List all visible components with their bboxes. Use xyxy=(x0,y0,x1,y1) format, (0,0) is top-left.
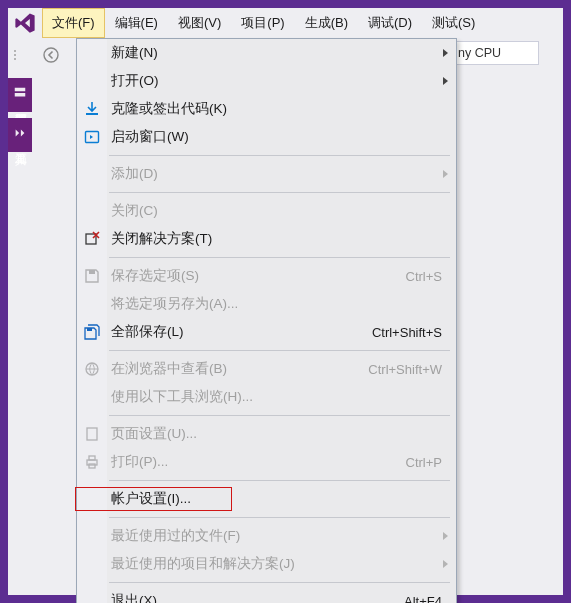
print-icon xyxy=(81,451,103,473)
svg-rect-9 xyxy=(87,428,97,440)
browser-icon xyxy=(81,358,103,380)
svg-rect-2 xyxy=(15,93,26,97)
side-tab-server-explorer[interactable]: 服务器资源管理器 xyxy=(8,78,32,112)
svg-rect-1 xyxy=(15,88,26,92)
submenu-arrow-icon xyxy=(443,532,448,540)
menu-project[interactable]: 项目(P) xyxy=(231,8,294,38)
solution-config-value: ny CPU xyxy=(458,46,501,60)
svg-rect-11 xyxy=(89,456,95,460)
menubar: 文件(F) 编辑(E) 视图(V) 项目(P) 生成(B) 调试(D) 测试(S… xyxy=(42,8,485,38)
nav-back-button[interactable] xyxy=(34,41,68,69)
menu-separator xyxy=(109,257,450,258)
submenu-arrow-icon xyxy=(443,77,448,85)
save-all-icon xyxy=(81,321,103,343)
svg-rect-7 xyxy=(87,328,92,331)
page-setup-icon xyxy=(81,423,103,445)
menu-separator xyxy=(109,155,450,156)
file-menu-new[interactable]: 新建(N) xyxy=(77,39,456,67)
svg-point-0 xyxy=(44,48,58,62)
clone-download-icon xyxy=(81,98,103,120)
file-menu-page-setup: 页面设置(U)... xyxy=(77,420,456,448)
visual-studio-logo-icon xyxy=(8,8,42,38)
file-menu-browse-with: 使用以下工具浏览(H)... xyxy=(77,383,456,411)
file-menu-close: 关闭(C) xyxy=(77,197,456,225)
file-menu-clone[interactable]: 克隆或签出代码(K) xyxy=(77,95,456,123)
file-menu-print: 打印(P)... Ctrl+P xyxy=(77,448,456,476)
file-menu-recent-projects: 最近使用的项目和解决方案(J) xyxy=(77,550,456,578)
svg-rect-6 xyxy=(89,270,95,274)
file-menu-start-window[interactable]: 启动窗口(W) xyxy=(77,123,456,151)
solution-config-dropdown[interactable]: ny CPU xyxy=(451,41,539,65)
file-menu-add: 添加(D) xyxy=(77,160,456,188)
file-menu-view-in-browser: 在浏览器中查看(B) Ctrl+Shift+W xyxy=(77,355,456,383)
menu-edit[interactable]: 编辑(E) xyxy=(105,8,168,38)
start-window-icon xyxy=(81,126,103,148)
file-menu-save-all[interactable]: 全部保存(L) Ctrl+Shift+S xyxy=(77,318,456,346)
submenu-arrow-icon xyxy=(443,49,448,57)
server-explorer-icon xyxy=(13,86,27,100)
titlebar: 文件(F) 编辑(E) 视图(V) 项目(P) 生成(B) 调试(D) 测试(S… xyxy=(8,8,563,38)
menu-separator xyxy=(109,192,450,193)
menu-file[interactable]: 文件(F) xyxy=(42,8,105,38)
toolbox-icon xyxy=(13,126,27,140)
file-menu-account-settings[interactable]: 帐户设置(I)... xyxy=(77,485,456,513)
menu-build[interactable]: 生成(B) xyxy=(295,8,358,38)
menu-separator xyxy=(109,517,450,518)
toolbar-grip-icon xyxy=(14,45,24,65)
file-menu-recent-files: 最近使用过的文件(F) xyxy=(77,522,456,550)
menu-debug[interactable]: 调试(D) xyxy=(358,8,422,38)
save-icon xyxy=(81,265,103,287)
submenu-arrow-icon xyxy=(443,170,448,178)
menu-test[interactable]: 测试(S) xyxy=(422,8,485,38)
file-menu-close-solution[interactable]: 关闭解决方案(T) xyxy=(77,225,456,253)
submenu-arrow-icon xyxy=(443,560,448,568)
file-menu-save-as: 将选定项另存为(A)... xyxy=(77,290,456,318)
file-menu-dropdown: 新建(N) 打开(O) 克隆或签出代码(K) 启动窗口(W) 添加(D) 关闭(… xyxy=(76,38,457,603)
svg-rect-12 xyxy=(89,464,95,468)
menu-separator xyxy=(109,415,450,416)
menu-separator xyxy=(109,350,450,351)
menu-separator xyxy=(109,480,450,481)
file-menu-save-selected: 保存选定项(S) Ctrl+S xyxy=(77,262,456,290)
menu-view[interactable]: 视图(V) xyxy=(168,8,231,38)
file-menu-open[interactable]: 打开(O) xyxy=(77,67,456,95)
close-solution-icon xyxy=(81,228,103,250)
file-menu-exit[interactable]: 退出(X) Alt+F4 xyxy=(77,587,456,603)
side-tabs: 服务器资源管理器 工具箱 xyxy=(8,78,32,152)
menu-separator xyxy=(109,582,450,583)
side-tab-toolbox[interactable]: 工具箱 xyxy=(8,118,32,152)
svg-rect-3 xyxy=(86,113,98,115)
